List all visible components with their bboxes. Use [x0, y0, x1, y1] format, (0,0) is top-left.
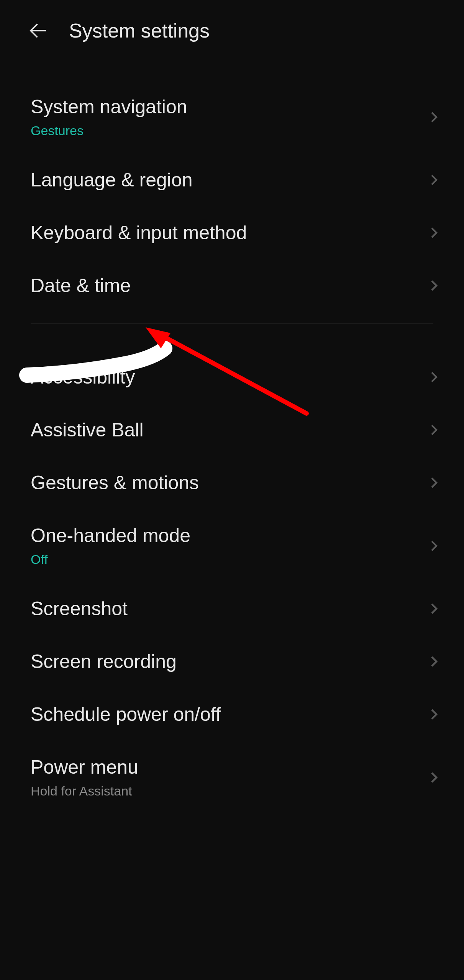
list-item-schedule-power[interactable]: Schedule power on/off — [0, 688, 464, 741]
list-item-label: Gestures & motions — [31, 472, 199, 494]
header: System settings — [0, 0, 464, 61]
list-item-label: Power menu — [31, 756, 138, 778]
chevron-right-icon — [427, 655, 441, 668]
list-item-accessibility[interactable]: Accessibility — [0, 351, 464, 403]
settings-group: System navigation Gestures Language & re… — [0, 61, 464, 312]
chevron-right-icon — [427, 370, 441, 384]
settings-list: System navigation Gestures Language & re… — [0, 61, 464, 814]
list-item-power-menu[interactable]: Power menu Hold for Assistant — [0, 741, 464, 814]
chevron-right-icon — [427, 602, 441, 616]
chevron-right-icon — [427, 110, 441, 124]
list-item-label: Screen recording — [31, 650, 177, 673]
list-item-label: Date & time — [31, 274, 131, 297]
chevron-right-icon — [427, 173, 441, 187]
list-item-label: Accessibility — [31, 366, 135, 388]
chevron-right-icon — [427, 539, 441, 553]
divider — [31, 323, 433, 324]
list-item-label: Language & region — [31, 169, 193, 191]
settings-group: Accessibility Assistive Ball Gestures & … — [0, 335, 464, 814]
list-item-assistive-ball[interactable]: Assistive Ball — [0, 403, 464, 456]
list-item-language-region[interactable]: Language & region — [0, 154, 464, 206]
list-item-sublabel: Off — [31, 552, 190, 567]
list-item-screenshot[interactable]: Screenshot — [0, 582, 464, 635]
chevron-right-icon — [427, 226, 441, 240]
chevron-right-icon — [427, 771, 441, 784]
list-item-keyboard-input[interactable]: Keyboard & input method — [0, 206, 464, 259]
list-item-date-time[interactable]: Date & time — [0, 259, 464, 312]
list-item-sublabel: Gestures — [31, 123, 187, 138]
list-item-one-handed-mode[interactable]: One-handed mode Off — [0, 509, 464, 582]
list-item-label: One-handed mode — [31, 524, 190, 547]
list-item-gestures-motions[interactable]: Gestures & motions — [0, 456, 464, 509]
list-item-sublabel: Hold for Assistant — [31, 784, 138, 799]
list-item-label: Schedule power on/off — [31, 703, 221, 725]
back-icon[interactable] — [27, 19, 50, 42]
chevron-right-icon — [427, 423, 441, 437]
list-item-label: Screenshot — [31, 598, 128, 620]
page-title: System settings — [69, 19, 210, 42]
list-item-label: Assistive Ball — [31, 419, 144, 441]
list-item-label: Keyboard & input method — [31, 222, 247, 244]
chevron-right-icon — [427, 279, 441, 292]
chevron-right-icon — [427, 476, 441, 490]
list-item-screen-recording[interactable]: Screen recording — [0, 635, 464, 688]
list-item-label: System navigation — [31, 96, 187, 118]
chevron-right-icon — [427, 707, 441, 721]
list-item-system-navigation[interactable]: System navigation Gestures — [0, 80, 464, 154]
